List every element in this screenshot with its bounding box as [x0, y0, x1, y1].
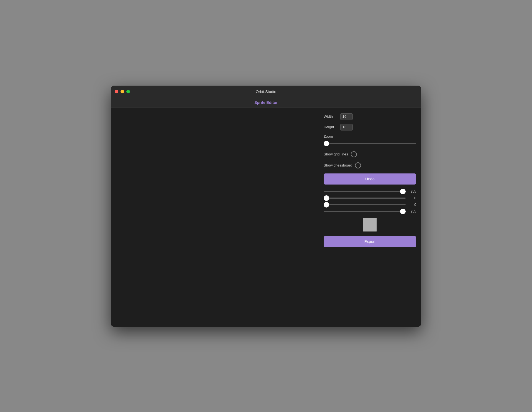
color-preview [363, 218, 377, 232]
canvas-area[interactable] [111, 108, 319, 327]
color-sliders: 255 0 0 255 [324, 190, 416, 213]
zoom-label: Zoom [324, 134, 416, 139]
close-button[interactable] [115, 90, 118, 93]
green-slider-row: 0 [324, 196, 416, 200]
page-title: Sprite Editor [254, 100, 278, 105]
alpha-slider[interactable] [324, 211, 406, 212]
maximize-button[interactable] [126, 90, 130, 93]
main-content: Width Height Zoom Show grid lines [111, 108, 421, 327]
width-input[interactable] [340, 113, 353, 120]
green-value: 0 [408, 196, 416, 200]
red-slider-row: 255 [324, 190, 416, 193]
show-grid-lines-row: Show grid lines [324, 151, 416, 157]
show-grid-lines-toggle[interactable] [351, 151, 357, 157]
zoom-slider[interactable] [324, 143, 416, 144]
undo-button[interactable]: Undo [324, 173, 416, 185]
width-label: Width [324, 114, 340, 119]
traffic-lights [115, 90, 130, 93]
zoom-section: Zoom [324, 134, 416, 146]
color-preview-row [324, 218, 416, 232]
blue-value: 0 [408, 203, 416, 207]
green-slider[interactable] [324, 198, 406, 199]
width-row: Width [324, 113, 416, 120]
blue-slider[interactable] [324, 204, 406, 205]
blue-slider-row: 0 [324, 203, 416, 207]
subtitle-bar: Sprite Editor [111, 98, 421, 108]
export-button[interactable]: Export [324, 236, 416, 247]
red-slider[interactable] [324, 191, 406, 192]
height-input[interactable] [340, 124, 353, 130]
app-window: Orbit.Studio Sprite Editor Width Height … [111, 86, 421, 327]
alpha-value: 255 [408, 209, 416, 213]
show-chessboard-row: Show chessboard [324, 162, 416, 168]
show-chessboard-toggle[interactable] [355, 162, 361, 168]
height-label: Height [324, 125, 340, 129]
alpha-slider-row: 255 [324, 209, 416, 213]
app-title: Orbit.Studio [256, 89, 276, 94]
red-value: 255 [408, 190, 416, 193]
zoom-slider-container [324, 141, 416, 146]
show-chessboard-label: Show chessboard [324, 163, 352, 167]
height-row: Height [324, 124, 416, 130]
show-grid-lines-label: Show grid lines [324, 152, 348, 156]
titlebar: Orbit.Studio [111, 86, 421, 98]
minimize-button[interactable] [121, 90, 124, 93]
sidebar: Width Height Zoom Show grid lines [319, 108, 421, 327]
